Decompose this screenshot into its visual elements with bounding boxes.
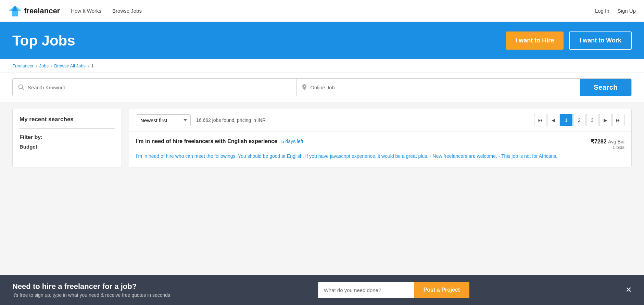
nav-how-it-works[interactable]: How It Works [71, 8, 101, 14]
navbar-links: How It Works Browse Jobs [71, 8, 595, 14]
pagination-next[interactable]: ▶ [599, 114, 611, 126]
location-pin-icon [302, 84, 307, 90]
hero-banner: Top Jobs I want to Hire I want to Work [0, 22, 644, 59]
job-bid-label: Avg Bid [608, 139, 624, 144]
job-title-row: I'm in need of hire freelancers with Eng… [136, 138, 303, 144]
filter-by-title: Filter by: [20, 134, 115, 140]
breadcrumb-jobs[interactable]: Jobs [39, 63, 48, 68]
pagination-page-3[interactable]: 3 [586, 114, 598, 126]
search-bar-wrapper: Search [0, 73, 644, 102]
budget-label: Budget [20, 144, 115, 150]
breadcrumb-page-number: 1 [91, 63, 93, 68]
main-content: My recent searches Filter by: Budget New… [0, 102, 644, 174]
search-location-section [296, 79, 580, 96]
job-title-area: I'm in need of hire freelancers with Eng… [136, 138, 303, 144]
jobs-count: 16,662 jobs found, pricing in INR [196, 117, 529, 123]
job-bids: 1 bids [591, 145, 624, 150]
search-bar: Search [12, 78, 632, 96]
i-want-to-work-button[interactable]: I want to Work [569, 31, 632, 50]
nav-browse-jobs[interactable]: Browse Jobs [112, 8, 142, 14]
pagination-page-2[interactable]: 2 [573, 114, 585, 126]
pagination-first[interactable]: ⏮ [534, 114, 546, 126]
recent-searches-title: My recent searches [20, 116, 115, 123]
hero-buttons: I want to Hire I want to Work [506, 31, 632, 50]
pagination-last[interactable]: ⏭ [612, 114, 624, 126]
logo-text: freelancer [24, 7, 60, 15]
breadcrumb-sep-3: › [88, 63, 89, 68]
job-bid-amount: ₹7282 [591, 139, 607, 144]
svg-line-4 [22, 88, 24, 90]
navbar: freelancer How It Works Browse Jobs Log … [0, 0, 644, 22]
search-location-input[interactable] [310, 85, 574, 90]
job-bid-info: ₹7282 Avg Bid 1 bids [591, 138, 624, 150]
job-time-left: 6 days left [281, 139, 303, 144]
search-button[interactable]: Search [580, 79, 631, 96]
i-want-to-hire-button[interactable]: I want to Hire [506, 31, 564, 50]
pagination-prev[interactable]: ◀ [547, 114, 559, 126]
pagination: ⏮ ◀ 1 2 3 ▶ ⏭ [534, 114, 624, 126]
breadcrumb: Freelancer › Jobs › Browse All Jobs › 1 [0, 59, 644, 73]
pagination-page-1[interactable]: 1 [560, 114, 572, 126]
navbar-auth: Log In Sign Up [595, 8, 636, 14]
signup-link[interactable]: Sign Up [618, 8, 636, 14]
page-title: Top Jobs [12, 33, 75, 49]
job-description: I'm in need of hire who can meet the fol… [136, 153, 624, 160]
sort-select[interactable]: Newest first Oldest first Lowest budget … [136, 114, 191, 126]
search-keyword-section [13, 79, 296, 96]
search-keyword-input[interactable] [28, 85, 291, 90]
sidebar-divider [20, 128, 115, 129]
logo[interactable]: freelancer [8, 5, 60, 17]
breadcrumb-sep-1: › [36, 63, 37, 68]
jobs-panel: Newest first Oldest first Lowest budget … [129, 109, 632, 167]
job-bid-amount-row: ₹7282 Avg Bid [591, 138, 624, 145]
job-item: I'm in need of hire freelancers with Eng… [129, 131, 631, 167]
breadcrumb-sep-2: › [51, 63, 52, 68]
breadcrumb-freelancer[interactable]: Freelancer [12, 63, 34, 68]
job-title[interactable]: I'm in need of hire freelancers with Eng… [136, 138, 277, 144]
search-icon [18, 84, 24, 90]
jobs-toolbar: Newest first Oldest first Lowest budget … [129, 109, 631, 131]
job-header: I'm in need of hire freelancers with Eng… [136, 138, 624, 150]
sidebar: My recent searches Filter by: Budget [12, 109, 122, 167]
login-link[interactable]: Log In [595, 8, 609, 14]
breadcrumb-browse-all-jobs[interactable]: Browse All Jobs [54, 63, 86, 68]
